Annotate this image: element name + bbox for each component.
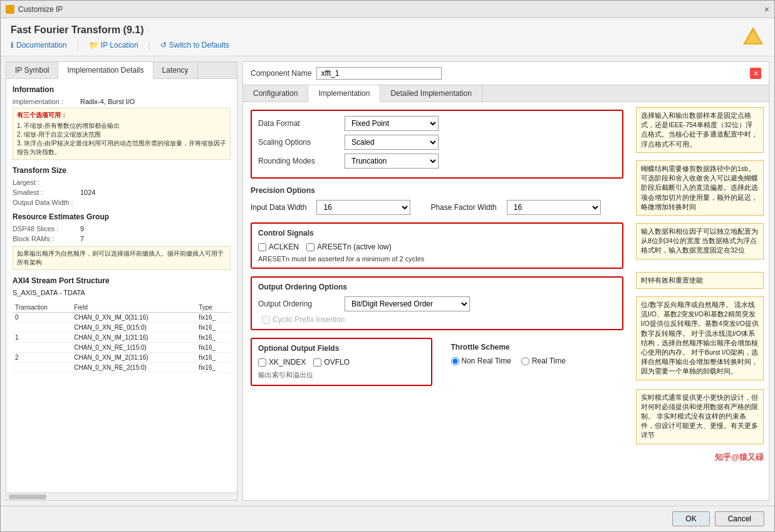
output-ordering-select[interactable]: Bit/Digit Reversed Order Natural Order <box>345 296 470 311</box>
ok-button[interactable]: OK <box>672 511 709 526</box>
control-signals-title: Control Signals <box>258 229 616 237</box>
aresetn-checkbox[interactable] <box>306 243 315 251</box>
ip-location-button[interactable]: 📁 IP Location <box>89 41 138 50</box>
format-group: Data Format Fixed Point Floating Point S… <box>251 110 623 179</box>
left-tabs: IP Symbol Implementation Details Latency <box>6 62 237 79</box>
cell-transaction <box>13 323 71 333</box>
resource-estimates-section: Resource Estimates Group DSP48 Slices : … <box>13 212 231 243</box>
cell-field: CHAN_0_XN_RE_1(15:0) <box>71 343 196 353</box>
tab-detailed-implementation[interactable]: Detailed Implementation <box>380 85 482 102</box>
optional-note: 输出索引和溢出位 <box>258 370 425 380</box>
rounding-modes-select[interactable]: Truncation Rounding <box>345 154 439 169</box>
information-section-title: Information <box>13 85 231 94</box>
phase-factor-select[interactable]: 16 8 24 32 <box>507 200 601 215</box>
folder-icon: 📁 <box>89 41 98 50</box>
data-format-annotation-area: 选择输入和输出数据样本是固定点格式，还是IEEE-754单精度（32位）浮点格式… <box>636 107 764 153</box>
refresh-icon: ↺ <box>160 41 167 50</box>
col-transaction[interactable]: Transaction <box>13 303 71 313</box>
precision-annotation-area: 输入数据和相位因子可以独立地配置为从8位到34位的宽度 当数据格式为浮点格式时，… <box>636 223 764 259</box>
xk-index-checkbox[interactable] <box>258 358 266 367</box>
cell-type: fix16_ <box>196 353 231 363</box>
component-name-input[interactable] <box>316 67 442 80</box>
scaling-options-select[interactable]: Scaled Unscaled Block Floating Point <box>345 135 439 150</box>
tab-implementation[interactable]: Implementation <box>308 85 380 102</box>
ordering-annotation: 如果输出顺序为自然顺序，则可以选择循环前缀插入。循环前缀插入可用于所有架构 <box>13 246 231 270</box>
dsp48-value: 9 <box>80 225 84 232</box>
cell-field: CHAN_0_XN_IM_1(31:16) <box>71 333 196 343</box>
cell-type: fix16_ <box>196 313 231 323</box>
xk-index-item: XK_INDEX <box>258 358 306 367</box>
ovflo-checkbox[interactable] <box>313 358 321 367</box>
documentation-button[interactable]: ℹ Documentation <box>11 41 67 50</box>
optional-output-fields-group: Optional Output Fields XK_INDEX OVFLO <box>251 338 432 386</box>
annotations-column: 选择输入和输出数据样本是固定点格式，还是IEEE-754单精度（32位）浮点格式… <box>631 102 769 500</box>
tab-configuration[interactable]: Configuration <box>243 85 308 102</box>
bottom-bar: OK Cancel <box>1 506 774 531</box>
app-title: Fast Fourier Transform (9.1) <box>11 24 764 36</box>
cell-transaction <box>13 343 71 353</box>
largest-label: Largest : <box>13 179 75 186</box>
right-tabs: Configuration Implementation Detailed Im… <box>243 85 769 102</box>
input-width-label: Input Data Width <box>251 203 306 212</box>
dsp48-label: DSP48 Slices : <box>13 225 75 232</box>
bram-row: Block RAMs : 7 <box>13 235 231 243</box>
aresetn-note: ARESETn must be asserted for a minimum o… <box>258 255 616 263</box>
axi4-title: AXI4 Stream Port Structure <box>13 276 231 285</box>
control-annotation: 时钟有效和重置使能 <box>636 272 764 289</box>
throttle-scheme-group: Throttle Scheme Non Real Time Real Time <box>445 338 624 386</box>
throttle-title: Throttle Scheme <box>451 343 618 352</box>
real-time-item: Real Time <box>521 357 566 365</box>
cancel-button[interactable]: Cancel <box>715 511 764 526</box>
table-row: 2 CHAN_0_XN_IM_2(31:16) fix16_ <box>13 353 231 363</box>
window-close-button[interactable]: × <box>764 4 769 14</box>
transform-size-section: Transform Size Largest : Smallest : 1024… <box>13 166 231 206</box>
scrollbar-thumb[interactable] <box>9 494 46 499</box>
rounding-modes-row: Rounding Modes Truncation Rounding <box>258 154 616 169</box>
output-ordering-label: Output Ordering <box>258 300 340 308</box>
scaling-options-row: Scaling Options Scaled Unscaled Block Fl… <box>258 135 616 150</box>
tab-implementation-details[interactable]: Implementation Details <box>58 62 153 79</box>
real-time-radio[interactable] <box>521 357 529 365</box>
non-real-time-label: Non Real Time <box>462 357 511 365</box>
cell-type: fix16_ <box>196 343 231 353</box>
ovflo-label: OVFLO <box>324 358 350 367</box>
switch-defaults-button[interactable]: ↺ Switch to Defaults <box>160 41 229 50</box>
tab-latency[interactable]: Latency <box>153 62 198 78</box>
transform-size-title: Transform Size <box>13 166 231 175</box>
title-bar-left: Customize IP <box>6 5 63 14</box>
data-format-select[interactable]: Fixed Point Floating Point <box>345 116 439 131</box>
main-window: Customize IP × Fast Fourier Transform (9… <box>0 0 775 532</box>
control-annotation-area: 时钟有效和重置使能 <box>636 272 764 289</box>
close-icon[interactable]: ✕ <box>750 68 761 79</box>
info-icon: ℹ <box>11 41 14 50</box>
col-field[interactable]: Field <box>71 303 196 313</box>
cell-transaction: 2 <box>13 353 71 363</box>
right-content-wrapper: Data Format Fixed Point Floating Point S… <box>243 102 769 500</box>
throttle-radios: Non Real Time Real Time <box>451 357 618 365</box>
app-icon <box>6 5 14 14</box>
aresetn-checkbox-item: ARESETn (active low) <box>306 243 392 251</box>
output-ordering-group: Output Ordering Options Output Ordering … <box>251 276 623 330</box>
axi4-table: Transaction Field Type 0 CHAN_0_XN_IM_0(… <box>13 303 231 373</box>
scaling-annotation-area: 蝴蝶结构需要修剪数据路径中的1sb。可选阶段和舍入收敛舍入可以避免蝴蝶阶段后截断… <box>636 160 764 216</box>
input-width-select[interactable]: 16 8 24 32 <box>316 200 410 215</box>
smallest-label: Smallest : <box>13 189 75 196</box>
phase-factor-label: Phase Factor Width <box>430 203 496 212</box>
col-type[interactable]: Type <box>196 303 231 313</box>
implementation-label: implementation : <box>13 98 75 105</box>
aclken-checkbox[interactable] <box>258 243 266 251</box>
cyclic-prefix-checkbox[interactable] <box>262 316 270 324</box>
tab-ip-symbol[interactable]: IP Symbol <box>6 62 58 78</box>
watermark: 知乎@猿又碌 <box>636 452 764 464</box>
throttle-annotation: 实时模式通常提供更小更快的设计，但对何时必须提供和使用数据有严格的限制。 非实时… <box>636 389 764 444</box>
output-width-label: Output Data Width : <box>13 199 75 206</box>
window-title: Customize IP <box>18 5 63 14</box>
left-scrollbar[interactable] <box>6 493 237 500</box>
ovflo-item: OVFLO <box>313 358 350 367</box>
non-real-time-radio[interactable] <box>451 357 459 365</box>
throttle-annotation-area: 实时模式通常提供更小更快的设计，但对何时必须提供和使用数据有严格的限制。 非实时… <box>636 389 764 444</box>
rounding-modes-label: Rounding Modes <box>258 157 340 165</box>
cell-transaction: 0 <box>13 313 71 323</box>
aresetn-label: ARESETn (active low) <box>317 243 392 251</box>
cell-type: fix16_ <box>196 363 231 373</box>
